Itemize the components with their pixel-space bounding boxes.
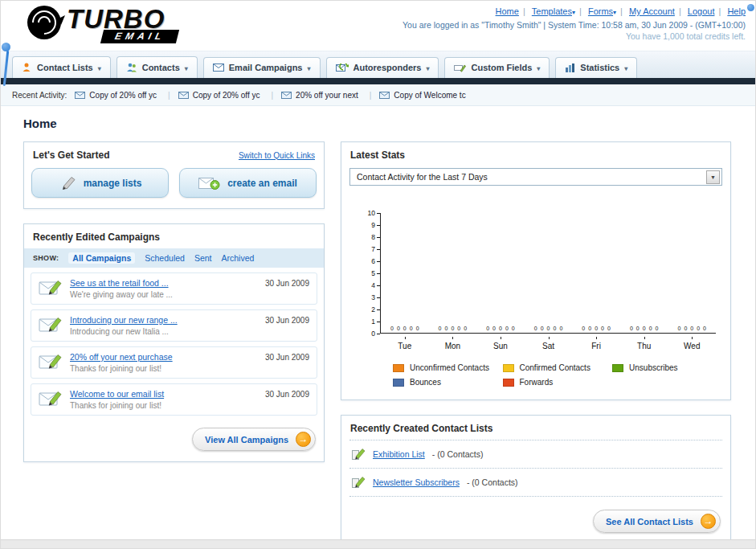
email-campaigns-icon — [213, 64, 224, 72]
credits-text: You have 1,000 total credits left. — [403, 31, 746, 41]
recent-activity-label: Recent Activity: — [12, 91, 67, 100]
chart-value-group: 00000 — [620, 326, 668, 331]
legend-item: Confirmed Contacts — [503, 363, 613, 372]
chart-x-label: Tue — [381, 337, 429, 350]
recent-contact-lists-panel: Recently Created Contact Lists Exhibitio… — [341, 415, 731, 544]
campaign-edit-icon — [39, 279, 63, 296]
stats-period-select[interactable]: Contact Activity for the Last 7 Days — [349, 168, 722, 186]
pencil-icon — [59, 176, 76, 191]
tab-email-campaigns[interactable]: Email Campaigns — [203, 57, 321, 78]
filter-all-campaigns[interactable]: All Campaigns — [68, 252, 135, 264]
chart-legend: Unconfirmed ContactsConfirmed ContactsUn… — [341, 354, 730, 399]
chevron-down-icon — [426, 63, 429, 72]
footer-bar — [1, 539, 755, 548]
list-edit-icon — [352, 448, 366, 461]
campaign-list-item: Introducing our new range ... Introducin… — [31, 309, 317, 342]
app-logo: TURBO EMAIL — [27, 4, 178, 51]
chart-value-group: 00000 — [476, 326, 525, 331]
chart-y-tick: 5 — [371, 270, 380, 277]
campaign-date: 30 Jun 2009 — [265, 390, 309, 399]
campaign-list-item: See us at the retail food ... We're givi… — [31, 272, 317, 305]
campaign-title-link[interactable]: See us at the retail food ... — [70, 278, 258, 288]
top-header: TURBO EMAIL Home Templates Forms My Acco… — [1, 1, 755, 51]
view-all-campaigns-button[interactable]: View All Campaigns — [192, 428, 316, 451]
campaigns-panel-title: Recently Edited Campaigns — [33, 231, 160, 243]
legend-item: Unsubscribes — [612, 363, 722, 372]
legend-item: Forwards — [503, 378, 613, 387]
main-content: Home Let's Get Started Switch to Quick L… — [1, 106, 755, 549]
contact-list-link[interactable]: Exhibition List — [373, 449, 425, 459]
contact-activity-chart: 109876543210 000000000000000000000000000… — [341, 192, 730, 354]
envelope-plus-icon — [198, 176, 220, 191]
nav-link-templates[interactable]: Templates — [532, 6, 575, 16]
legend-swatch — [612, 364, 623, 372]
logo-secondary-text: EMAIL — [100, 30, 180, 43]
campaign-title-link[interactable]: Introducing our new range ... — [70, 315, 258, 325]
nav-link-logout[interactable]: Logout — [688, 6, 715, 16]
arrow-right-icon — [296, 432, 311, 447]
contact-list-count: - (0 Contacts) — [467, 477, 518, 487]
campaigns-filter-bar: SHOW: All Campaigns Scheduled Sent Archi… — [24, 248, 324, 268]
contact-list-link[interactable]: Newsletter Subscribers — [373, 477, 460, 487]
chart-y-tick: 0 — [371, 330, 380, 337]
nav-link-my-account[interactable]: My Account — [629, 6, 675, 16]
tab-custom-fields[interactable]: Custom Fields — [444, 57, 550, 78]
chart-x-label: Sat — [525, 337, 573, 350]
nav-link-home[interactable]: Home — [496, 6, 519, 16]
filter-sent[interactable]: Sent — [194, 253, 212, 263]
chart-x-label: Sun — [476, 337, 525, 350]
legend-item: Unconfirmed Contacts — [393, 363, 503, 372]
chart-y-tick: 3 — [371, 294, 380, 301]
page-title: Home — [23, 117, 731, 130]
arrow-right-icon — [701, 514, 716, 529]
list-edit-icon — [352, 476, 366, 489]
chart-y-tick: 4 — [371, 282, 380, 289]
capture-marker-left — [2, 43, 10, 51]
see-all-contact-lists-button[interactable]: See All Contact Lists — [593, 510, 721, 533]
filter-scheduled[interactable]: Scheduled — [145, 253, 185, 263]
tab-autoresponders[interactable]: Autoresponders — [326, 57, 439, 78]
campaign-title-link[interactable]: 20% off your next purchase — [70, 352, 258, 362]
campaign-subtitle: Thanks for joining our list! — [70, 364, 258, 373]
campaign-subtitle: Introducing our new Italia ... — [70, 327, 258, 336]
chart-value-group: 00000 — [381, 326, 429, 331]
show-label: SHOW: — [33, 254, 59, 262]
legend-item: Bounces — [393, 378, 503, 387]
contacts-icon — [126, 62, 137, 72]
chart-y-tick: 10 — [368, 210, 380, 216]
chart-value-group: 00000 — [429, 326, 477, 331]
recent-activity-item[interactable]: Copy of 20% off yc — [178, 91, 273, 100]
nav-link-forms[interactable]: Forms — [588, 6, 616, 16]
logo-primary-text: TURBO — [67, 6, 178, 33]
chart-x-label: Fri — [572, 337, 620, 350]
recent-activity-item[interactable]: Copy of 20% off yc — [75, 91, 170, 100]
chart-y-tick: 8 — [371, 234, 380, 240]
filter-archived[interactable]: Archived — [222, 253, 255, 263]
chart-x-label: Wed — [668, 337, 716, 350]
manage-lists-button[interactable]: manage lists — [31, 168, 169, 198]
create-email-button[interactable]: create an email — [179, 168, 317, 198]
contact-list-count: - (0 Contacts) — [432, 449, 484, 459]
get-started-title: Let's Get Started — [33, 150, 110, 161]
contact-list-item: Exhibition List - (0 Contacts) — [341, 440, 730, 468]
recent-activity-item[interactable]: Copy of Welcome tc — [379, 91, 465, 100]
nav-link-help[interactable]: Help — [727, 6, 746, 16]
chart-y-axis: 109876543210 — [359, 210, 380, 337]
capture-marker-right — [747, 4, 754, 11]
recent-activity-item[interactable]: 20% off your next — [281, 91, 371, 100]
switch-quick-links-link[interactable]: Switch to Quick Links — [239, 151, 315, 160]
statistics-icon — [565, 63, 575, 72]
tab-statistics[interactable]: Statistics — [555, 57, 637, 78]
campaign-subtitle: Thanks for joining our list! — [70, 401, 258, 410]
chart-value-group: 00000 — [572, 326, 620, 331]
tab-contact-lists[interactable]: Contact Lists — [12, 56, 111, 78]
legend-swatch — [503, 379, 514, 387]
custom-fields-icon — [454, 64, 466, 72]
contact-list-item: Newsletter Subscribers - (0 Contacts) — [341, 469, 730, 496]
campaign-title-link[interactable]: Welcome to our email list — [70, 389, 258, 399]
envelope-icon — [178, 92, 189, 99]
campaign-subtitle: We're giving away our late ... — [70, 290, 258, 299]
chart-x-labels: TueMonSunSatFriThuWed — [381, 337, 716, 350]
tab-contacts[interactable]: Contacts — [116, 56, 198, 78]
campaign-date: 30 Jun 2009 — [265, 353, 309, 362]
